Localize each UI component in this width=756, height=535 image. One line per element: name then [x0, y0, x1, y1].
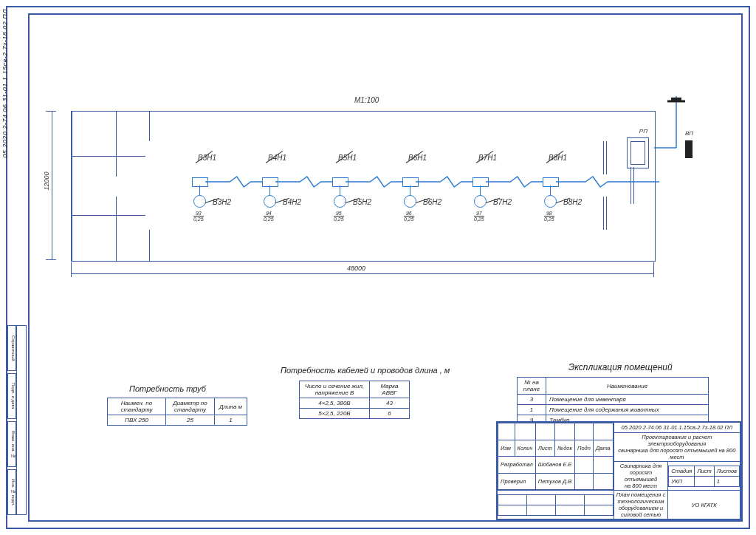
drawing-sheet: 05.2020 2-74 06 31-01.1.15св-2.7з-18.02 …: [0, 0, 756, 535]
dim-height: 12000: [43, 171, 50, 190]
motor-icon: [474, 195, 487, 208]
scale-label: М1:100: [354, 96, 379, 104]
side-box-2: Подп. и дата: [7, 373, 16, 419]
motor-icon: [264, 195, 276, 208]
unit-rating: 940,25: [264, 211, 274, 222]
unit-rating: 980,25: [544, 211, 554, 222]
motor-icon: [404, 195, 416, 208]
vp-box: [685, 140, 693, 158]
cables-table: Число и сечение жил, напряжение ВМарка А…: [299, 381, 410, 419]
door-icon: [603, 141, 607, 174]
unit-rating: 970,25: [474, 211, 484, 222]
vp-label: ВП: [685, 130, 693, 137]
unit-rating: 950,25: [334, 211, 344, 222]
motor-icon: [193, 195, 206, 208]
dim-line-h: [71, 273, 654, 274]
side-box-1: Справочный: [7, 325, 16, 371]
title-block: ИзмКоличЛист№докПодпДата РазработалШобан…: [496, 421, 741, 520]
cable-tail-icon: [556, 174, 659, 191]
door-icon: [603, 197, 607, 230]
motor-icon: [544, 195, 557, 208]
motor-icon: [334, 195, 346, 208]
unit-rating: 930,25: [193, 211, 204, 222]
dim-width: 48000: [347, 265, 365, 272]
dim-line-v: [52, 111, 52, 260]
panel-box: [627, 137, 649, 168]
pipes-table: Наимен. по стандартуДиаметр по стандарту…: [107, 398, 247, 426]
pipes-title: Потребность труб: [129, 384, 206, 393]
unit-rating: 960,25: [404, 211, 414, 222]
panel-label: РП: [639, 128, 647, 134]
side-box-4: Инв. № подл.: [7, 469, 16, 515]
cables-title: Потребность кабелей и проводов длина , м: [281, 366, 450, 375]
side-code: 05.2020 2-74 06 31-01.1.15св-2.7з-18.02 …: [1, 9, 9, 158]
side-box-3: Взам. инв. №: [7, 421, 16, 467]
rooms-title: Экспликация помещений: [568, 362, 673, 372]
side-box-sig: [16, 325, 27, 515]
